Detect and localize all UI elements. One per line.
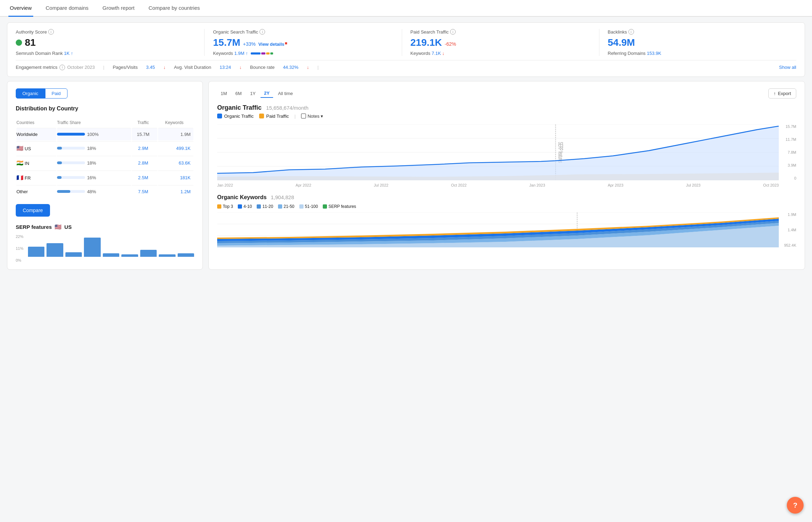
time-filters: 1M6M1Y2YAll time [217,89,297,98]
col-traffic-share: Traffic Share [57,118,131,127]
svg-text:SERP features: SERP features [557,142,564,162]
organic-search-info-icon[interactable]: i [259,29,265,35]
x-label: Apr 2023 [608,183,624,187]
kw-legend-item[interactable]: 11-20 [257,204,273,209]
serp-bar [159,254,175,256]
view-details-link[interactable]: View details [258,42,284,47]
authority-score-dot [16,39,22,46]
bounce-arrow: ↓ [307,65,309,70]
time-filter-1m[interactable]: 1M [217,89,230,98]
kw-legend-item[interactable]: 51-100 [299,204,318,209]
authority-score-info-icon[interactable]: i [48,29,54,35]
duration-label: Avg. Visit Duration [174,65,211,70]
backlinks-label: Backlinks i [608,29,788,35]
top-navigation: Overview Compare domains Growth report C… [0,0,812,17]
legend-paid-label: Paid Traffic [266,114,289,119]
country-traffic: 2.5M [132,171,157,184]
col-traffic: Traffic [132,118,157,127]
kw-legend-item[interactable]: 21-50 [278,204,294,209]
x-label: Oct 2022 [451,183,467,187]
country-table: Countries Traffic Share Traffic Keywords… [16,117,194,198]
paid-search-keywords: Keywords 7.1K ↓ [411,51,591,56]
engagement-date: October 2023 [67,65,95,70]
nav-growth-report[interactable]: Growth report [101,0,136,17]
compare-button[interactable]: Compare [16,204,50,217]
keywords-section: Organic Keywords 1,904,828 Top 34-1011-2… [217,194,796,247]
export-button[interactable]: ↑ Export [768,88,796,99]
country-name: 🇺🇸 US [16,141,56,155]
country-traffic-share: 18% [57,156,131,170]
paid-search-info-icon[interactable]: i [450,29,456,35]
nav-compare-countries[interactable]: Compare by countries [147,0,201,17]
serp-bar [178,253,194,257]
authority-score-value: 81 [16,37,196,49]
metric-authority-score: Authority Score i 81 Semrush Domain Rank… [16,29,205,56]
organic-search-keywords: Keywords 1.9M ↑ [213,51,393,56]
country-name: Worldwide [16,128,56,140]
country-traffic-share: 100% [57,128,131,140]
engagement-info-icon[interactable]: i [59,65,65,70]
export-icon: ↑ [774,91,776,96]
chart-header: 1M6M1Y2YAll time ↑ Export [217,88,796,99]
x-label: Jan 2022 [217,183,233,187]
view-details-dot [285,42,287,44]
organic-search-label: Organic Search Traffic i [213,29,393,35]
nav-compare-domains[interactable]: Compare domains [44,0,90,17]
country-traffic-share: 16% [57,171,131,184]
time-filter-6m[interactable]: 6M [232,89,245,98]
x-label: Apr 2022 [295,183,311,187]
serp-title: SERP features 🇺🇸 US [16,224,194,230]
nav-overview[interactable]: Overview [8,0,33,17]
country-name: Other [16,185,56,198]
serp-bar [103,253,119,257]
main-content: Authority Score i 81 Semrush Domain Rank… [0,17,812,275]
show-all-link[interactable]: Show all [779,65,796,70]
content-grid: Organic Paid Distribution by Country Cou… [7,81,805,270]
referring-domains: Referring Domains 153.9K [608,51,788,56]
time-filter-1y[interactable]: 1Y [247,89,259,98]
keywords-chart-svg [217,212,779,247]
legend-paid[interactable]: Paid Traffic [259,114,289,119]
country-traffic: 15.7M [132,128,157,140]
pages-visits-value: 3.45 [146,65,155,70]
paid-search-change: -62% [445,41,456,47]
kw-legend-item[interactable]: Top 3 [217,204,233,209]
serp-bars [28,234,194,257]
organic-chart-svg: SERP features [217,124,779,180]
kw-legend-item[interactable]: 4-10 [238,204,252,209]
toggle-buttons: Organic Paid [16,88,194,99]
serp-chart: 22% 11% 0% [16,234,194,262]
right-panel: 1M6M1Y2YAll time ↑ Export Organic Traffi… [208,81,805,270]
toggle-organic-btn[interactable]: Organic [16,88,45,99]
serp-bar [121,254,138,256]
x-label: Jul 2022 [374,183,389,187]
serp-bar [140,250,157,256]
authority-rank-arrow: ↑ [71,51,73,56]
keywords-count: 1,904,828 [271,194,294,200]
serp-country: US [64,224,72,230]
backlinks-info-icon[interactable]: i [628,29,634,35]
authority-score-label: Authority Score i [16,29,196,35]
time-filter-2y[interactable]: 2Y [261,89,273,98]
legend-organic[interactable]: Organic Traffic [217,114,254,119]
serp-bar [47,243,63,256]
time-filter-all-time[interactable]: All time [275,89,297,98]
country-traffic-share: 48% [57,185,131,198]
kw-legend-item[interactable]: SERP features [323,204,356,209]
toggle-paid-btn[interactable]: Paid [45,88,67,99]
keywords-legend: Top 34-1011-2021-5051-100SERP features [217,204,796,209]
notes-button[interactable]: Notes ▾ [301,114,323,119]
chart-y-axis: 15.7M 11.7M 7.8M 3.9M 0 [779,124,796,180]
notes-label: Notes [307,114,319,119]
organic-progress-bar [251,52,273,55]
serp-bar [28,247,44,257]
legend-organic-checkbox [217,114,222,118]
organic-search-change: +33% [243,41,256,47]
bounce-value: 44.32% [283,65,298,70]
country-keywords: 499.1K [158,141,193,155]
metrics-row: Authority Score i 81 Semrush Domain Rank… [16,29,796,56]
backlinks-value: 54.9M [608,37,788,49]
paid-search-value: 219.1K -62% [411,37,591,49]
metric-backlinks: Backlinks i 54.9M Referring Domains 153.… [608,29,796,56]
country-keywords: 63.6K [158,156,193,170]
